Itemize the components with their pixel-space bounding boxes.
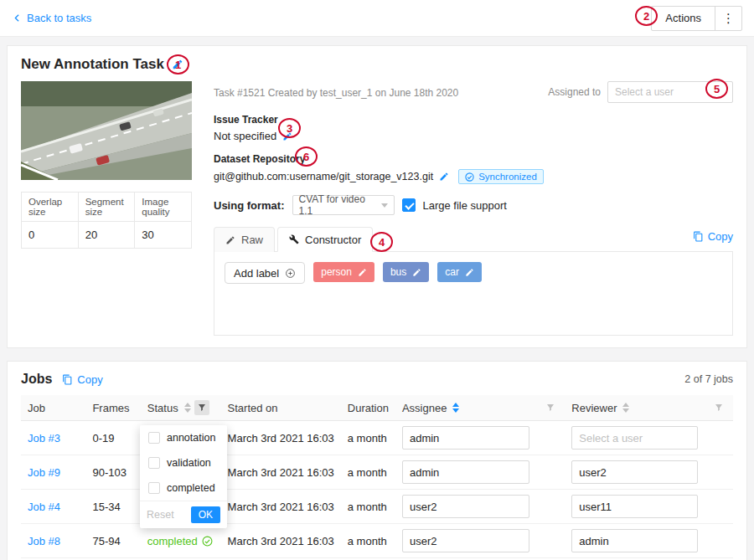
column-header-reviewer[interactable]: Reviewer: [565, 395, 705, 421]
reviewer-filter-header[interactable]: [705, 395, 733, 421]
filter-ok-button[interactable]: OK: [191, 506, 220, 523]
table-row: Job #3 0-19 March 3rd 2021 16:03 a month: [21, 421, 733, 455]
assignee-input[interactable]: [402, 460, 529, 484]
assignee-input[interactable]: [402, 529, 529, 552]
sync-status-label: Synchronized: [478, 172, 537, 182]
callout-1: 1: [167, 54, 189, 74]
actions-button[interactable]: Actions: [652, 7, 715, 30]
edit-label-icon[interactable]: [412, 268, 421, 277]
job-link[interactable]: Job #8: [28, 535, 60, 547]
started-cell: March 3rd 2021 16:03: [228, 432, 334, 444]
assignee-filter-icon[interactable]: [543, 400, 558, 415]
sync-check-icon: [465, 172, 474, 182]
edit-repository-icon[interactable]: [439, 172, 449, 182]
param-value-quality: 30: [135, 222, 192, 249]
jobs-count: 2 of 7 jobs: [684, 373, 733, 385]
plus-circle-icon: [285, 268, 296, 279]
duration-cell: a month: [348, 466, 387, 479]
frames-cell: 90-103: [92, 466, 126, 479]
edit-label-icon[interactable]: [465, 268, 474, 277]
assigned-to-label: Assigned to: [548, 86, 601, 98]
repository-url: git@github.com:username/git_storage_v123…: [214, 171, 433, 182]
filter-option-validation[interactable]: validation: [140, 450, 227, 475]
jobs-copy-button[interactable]: Copy: [62, 373, 102, 386]
label-chip-bus[interactable]: bus: [383, 262, 429, 282]
wrench-icon: [289, 234, 299, 244]
filter-option-completed[interactable]: completed: [140, 475, 227, 501]
labels-constructor-panel: Add label person bus car: [214, 252, 733, 336]
add-label-button[interactable]: Add label: [225, 262, 305, 284]
check-circle-icon: [202, 536, 213, 547]
format-selected-value: CVAT for video 1.1: [299, 193, 381, 217]
label-chip-bus-name: bus: [390, 266, 406, 278]
labels-copy-label: Copy: [708, 230, 733, 243]
chevron-down-icon: [381, 203, 388, 208]
frames-cell: 0-19: [92, 432, 114, 444]
large-file-support-checkbox[interactable]: [402, 198, 416, 212]
reviewer-filter-icon[interactable]: [711, 400, 726, 415]
param-value-segment: 20: [78, 222, 135, 249]
reviewer-input[interactable]: [571, 495, 698, 518]
param-header-segment: Segment size: [78, 193, 135, 222]
label-chip-person[interactable]: person: [313, 262, 374, 282]
tab-raw-label: Raw: [241, 234, 263, 246]
param-header-overlap: Overlap size: [22, 193, 79, 222]
started-cell: March 3rd 2021 16:03: [228, 466, 334, 479]
filter-reset-button[interactable]: Reset: [147, 509, 174, 521]
tab-raw[interactable]: Raw: [214, 227, 275, 252]
filter-option-label: annotation: [167, 432, 215, 444]
edit-label-icon[interactable]: [358, 268, 367, 277]
sync-status-badge: Synchronized: [458, 169, 544, 184]
actions-more-button[interactable]: ⋮: [715, 7, 741, 30]
filter-option-label: completed: [167, 482, 215, 494]
format-select[interactable]: CVAT for video 1.1: [292, 195, 395, 215]
sort-icon[interactable]: [622, 403, 629, 413]
sort-icon[interactable]: [184, 403, 191, 413]
column-header-status[interactable]: Status: [141, 395, 221, 421]
actions-label: Actions: [665, 12, 701, 24]
filter-option-annotation[interactable]: annotation: [140, 425, 227, 450]
large-file-support-label: Large file support: [423, 199, 507, 212]
copy-icon: [693, 231, 704, 242]
job-link[interactable]: Job #3: [28, 432, 60, 444]
callout-6: 6: [295, 146, 318, 167]
callout-5: 5: [705, 79, 728, 99]
table-row: Job #8 75-94 completed March 3rd 2021 16…: [21, 524, 733, 558]
callout-3: 3: [278, 118, 301, 138]
assignee-filter-header[interactable]: [536, 395, 565, 421]
reviewer-input[interactable]: [571, 529, 698, 552]
vertical-dots-icon: ⋮: [722, 11, 735, 26]
labels-copy-button[interactable]: Copy: [693, 230, 733, 248]
assignee-input[interactable]: [402, 426, 529, 450]
param-value-overlap: 0: [22, 222, 79, 249]
task-title: New Annotation Task: [21, 56, 164, 73]
label-chip-car[interactable]: car: [437, 262, 482, 282]
status-filter-icon[interactable]: [194, 400, 209, 415]
dataset-repository-label: Dataset Repository: [214, 153, 733, 165]
tab-constructor[interactable]: Constructor: [277, 227, 373, 252]
duration-cell: a month: [348, 501, 387, 513]
back-to-tasks-link[interactable]: Back to tasks: [12, 12, 91, 24]
reviewer-input[interactable]: [571, 460, 698, 484]
checkbox[interactable]: [148, 457, 160, 469]
checkbox[interactable]: [148, 482, 160, 494]
job-link[interactable]: Job #9: [28, 466, 60, 479]
table-row: 0 20 30: [22, 222, 192, 249]
tab-constructor-label: Constructor: [305, 234, 361, 246]
reviewer-input[interactable]: [571, 426, 698, 450]
issue-tracker-value: Not specified: [214, 130, 276, 142]
chevron-left-icon: [12, 13, 23, 23]
sort-icon[interactable]: [452, 403, 459, 413]
column-header-assignee[interactable]: Assignee: [395, 395, 536, 421]
task-details-card: New Annotation Task: [7, 45, 747, 348]
param-header-quality: Image quality: [135, 193, 192, 222]
table-row: Job #4 15-34 March 3rd 2021 16:03 a mont…: [21, 490, 733, 524]
assignee-input[interactable]: [402, 495, 529, 518]
duration-cell: a month: [348, 535, 387, 547]
back-to-tasks-label: Back to tasks: [27, 12, 91, 24]
checkbox[interactable]: [148, 432, 160, 444]
task-preview-image: [21, 81, 192, 180]
label-chip-person-name: person: [321, 266, 352, 278]
table-row: Job #9 90-103 March 3rd 2021 16:03 a mon…: [21, 455, 733, 490]
job-link[interactable]: Job #4: [28, 501, 60, 513]
